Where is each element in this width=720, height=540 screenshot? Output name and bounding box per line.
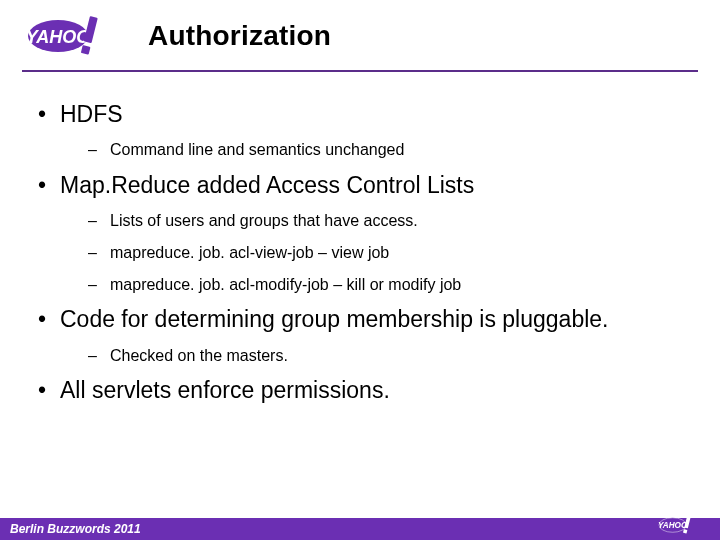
sub-bullet-item: mapreduce. job. acl-view-job – view job [88, 242, 686, 264]
sub-bullet-list: Checked on the masters. [88, 345, 686, 367]
sub-bullet-item: Checked on the masters. [88, 345, 686, 367]
bullet-item: All servlets enforce permissions. [34, 376, 686, 405]
slide-title: Authorization [148, 20, 331, 52]
sub-bullet-text: mapreduce. job. acl-modify-job – kill or… [110, 276, 461, 293]
bullet-list: HDFS Command line and semantics unchange… [34, 100, 686, 406]
yahoo-logo-footer-icon: YAHOO [646, 515, 712, 539]
bullet-item: HDFS Command line and semantics unchange… [34, 100, 686, 161]
sub-bullet-text: mapreduce. job. acl-view-job – view job [110, 244, 389, 261]
bullet-text: Code for determining group membership is… [60, 306, 608, 332]
sub-bullet-item: mapreduce. job. acl-modify-job – kill or… [88, 274, 686, 296]
bullet-text: Map.Reduce added Access Control Lists [60, 172, 474, 198]
bullet-item: Code for determining group membership is… [34, 305, 686, 366]
slide-footer: Berlin Buzzwords 2011 YAHOO [0, 518, 720, 540]
bullet-text: All servlets enforce permissions. [60, 377, 390, 403]
sub-bullet-text: Checked on the masters. [110, 347, 288, 364]
bullet-item: Map.Reduce added Access Control Lists Li… [34, 171, 686, 295]
sub-bullet-list: Command line and semantics unchanged [88, 139, 686, 161]
sub-bullet-list: Lists of users and groups that have acce… [88, 210, 686, 295]
footer-text: Berlin Buzzwords 2011 [10, 522, 141, 536]
sub-bullet-item: Lists of users and groups that have acce… [88, 210, 686, 232]
yahoo-logo-icon: YAHOO [24, 14, 120, 58]
sub-bullet-text: Command line and semantics unchanged [110, 141, 404, 158]
bullet-text: HDFS [60, 101, 123, 127]
slide: YAHOO Authorization HDFS Command line an… [0, 0, 720, 540]
sub-bullet-text: Lists of users and groups that have acce… [110, 212, 418, 229]
slide-body: HDFS Command line and semantics unchange… [0, 72, 720, 406]
svg-text:YAHOO: YAHOO [658, 521, 688, 530]
svg-text:YAHOO: YAHOO [26, 27, 91, 47]
slide-header: YAHOO Authorization [0, 0, 720, 66]
sub-bullet-item: Command line and semantics unchanged [88, 139, 686, 161]
